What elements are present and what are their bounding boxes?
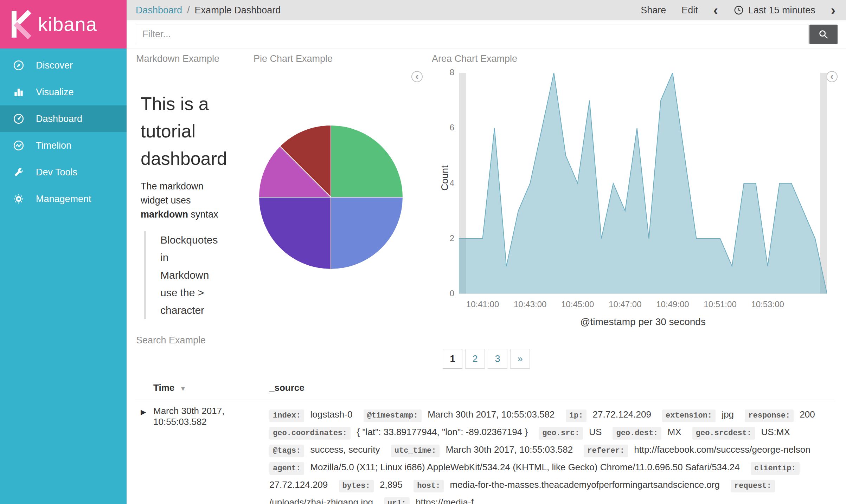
time-column-header[interactable]: Time ▼ (153, 382, 269, 393)
search-table-body: ▶March 30th 2017, 10:55:03.582index: log… (135, 400, 834, 504)
dashboard-icon (13, 112, 28, 125)
field-value: https://media-f (416, 497, 474, 504)
pie-panel-collapse-button[interactable]: ‹ (411, 71, 423, 82)
topbar-actions: Share Edit ‹ Last 15 minutes › (641, 5, 835, 16)
kibana-logo[interactable]: kibana (0, 0, 127, 49)
sidebar-item-label: Discover (36, 60, 73, 71)
field-value: 27.72.124.209 (593, 409, 651, 420)
management-icon (13, 193, 28, 205)
pie-slice-purple[interactable] (259, 197, 331, 269)
field-name-badge: url: (384, 497, 410, 504)
field-value: March 30th 2017, 10:55:03.582 (446, 444, 573, 455)
kibana-logo-icon (6, 7, 36, 41)
x-tick-label: 10:53:00 (743, 299, 792, 309)
devtools-icon (13, 166, 28, 179)
field-name-badge: utc_time: (391, 445, 440, 457)
kibana-app: kibana DiscoverVisualizeDashboardTimelio… (0, 0, 846, 504)
breadcrumb-separator: / (187, 5, 190, 16)
area-chart-svg[interactable] (459, 73, 827, 294)
field-name-badge: geo.dest: (613, 427, 661, 440)
pie-slice-green[interactable] (331, 125, 403, 197)
dashboard-content: Markdown Example Pie Chart Example Area … (127, 49, 846, 504)
markdown-blockquote: Blockquotes in Markdown use the > charac… (144, 231, 214, 319)
field-name-badge: request: (731, 480, 775, 492)
sidebar-item-dev-tools[interactable]: Dev Tools (0, 159, 127, 186)
field-value: 2,895 (380, 479, 403, 490)
field-value: media-for-the-masses.theacademyofperform… (450, 479, 720, 490)
field-value: http://facebook.com/success/george-nelso… (634, 444, 810, 455)
pie-chart[interactable] (258, 124, 404, 270)
page-button-2[interactable]: 2 (465, 349, 485, 369)
field-name-badge: geo.coordinates: (269, 427, 351, 440)
time-forward-button[interactable]: › (831, 5, 835, 15)
timelion-icon (13, 139, 28, 152)
filter-input[interactable] (136, 25, 809, 44)
field-name-badge: geo.src: (539, 427, 583, 440)
edit-button[interactable]: Edit (681, 5, 698, 16)
sidebar-item-discover[interactable]: Discover (0, 52, 127, 79)
x-tick-label: 10:43:00 (506, 299, 555, 309)
x-tick-label: 10:49:00 (648, 299, 697, 309)
field-value: jpg (722, 409, 734, 420)
sidebar-item-visualize[interactable]: Visualize (0, 79, 127, 105)
share-button[interactable]: Share (641, 5, 666, 16)
page-button-1[interactable]: 1 (443, 349, 462, 369)
field-name-badge: host: (414, 480, 444, 492)
sidebar-item-management[interactable]: Management (0, 186, 127, 212)
visualize-icon (13, 86, 28, 98)
field-name-badge: response: (745, 409, 794, 422)
field-value: US:MX (761, 427, 790, 437)
sidebar-item-timelion[interactable]: Timelion (0, 132, 127, 159)
source-column-header: _source (269, 382, 834, 393)
field-value: US (589, 427, 602, 437)
x-tick-label: 10:41:00 (458, 299, 507, 309)
time-back-button[interactable]: ‹ (713, 5, 718, 15)
partial-bucket-right (820, 73, 827, 294)
area-chart: Count 02468 10:41:0010:43:0010:45:0010:4… (436, 70, 844, 323)
field-name-badge: geo.srcdest: (692, 427, 755, 440)
field-name-badge: index: (269, 409, 304, 422)
field-value: Mozilla/5.0 (X11; Linux i686) AppleWebKi… (310, 462, 739, 472)
field-value: logstash-0 (310, 409, 352, 420)
markdown-paragraph: The markdown widget uses markdown syntax (141, 179, 222, 221)
page-button-3[interactable]: 3 (488, 349, 507, 369)
field-value: 27.72.124.209 (269, 479, 328, 490)
y-tick-label: 4 (436, 178, 454, 189)
topbar: Dashboard / Example Dashboard Share Edit… (127, 0, 846, 20)
row-time: March 30th 2017, 10:55:03.582 (153, 406, 269, 504)
x-tick-label: 10:47:00 (601, 299, 650, 309)
breadcrumb-dashboard-link[interactable]: Dashboard (136, 5, 182, 16)
x-tick-label: 10:51:00 (696, 299, 745, 309)
field-name-badge: referer: (584, 445, 628, 457)
pie-panel-title: Pie Chart Example (254, 53, 333, 64)
field-value: /uploads/zhai-zhigang.jpg (269, 497, 373, 504)
discover-icon (13, 59, 28, 72)
search-table: Time ▼ _source ▶March 30th 2017, 10:55:0… (135, 378, 834, 504)
y-tick-label: 2 (436, 233, 454, 244)
search-button[interactable] (809, 25, 838, 44)
sidebar: kibana DiscoverVisualizeDashboardTimelio… (0, 0, 127, 504)
search-icon (818, 29, 829, 40)
filter-bar (127, 20, 846, 49)
field-value: March 30th 2017, 10:55:03.582 (428, 409, 555, 420)
sidebar-item-label: Dashboard (36, 114, 82, 124)
time-range-label: Last 15 minutes (748, 5, 815, 16)
pie-chart-svg (258, 124, 404, 270)
markdown-bold-word: markdown (141, 209, 188, 220)
clock-icon (733, 5, 744, 15)
field-name-badge: @timestamp: (364, 409, 422, 422)
sidebar-item-dashboard[interactable]: Dashboard (0, 105, 127, 132)
search-panel-title: Search Example (136, 335, 206, 346)
pie-slice-blue[interactable] (331, 197, 403, 269)
table-row: ▶March 30th 2017, 10:55:03.582index: log… (135, 400, 834, 504)
row-expand-caret[interactable]: ▶ (135, 406, 153, 504)
field-name-badge: @tags: (269, 445, 304, 457)
breadcrumb-current: Example Dashboard (195, 5, 281, 16)
field-value: 200 (800, 409, 815, 420)
time-range-picker[interactable]: Last 15 minutes (733, 5, 815, 16)
sidebar-nav: DiscoverVisualizeDashboardTimelionDev To… (0, 49, 127, 212)
page-button-next[interactable]: » (510, 349, 530, 369)
y-tick-label: 6 (436, 123, 454, 133)
sidebar-item-label: Visualize (36, 87, 74, 98)
logo-text: kibana (38, 13, 97, 35)
